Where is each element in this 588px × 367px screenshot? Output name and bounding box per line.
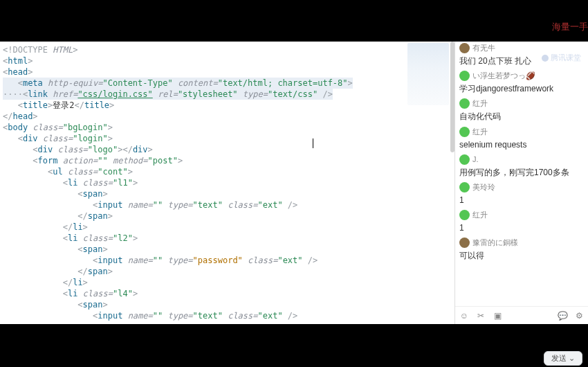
- chat-message[interactable]: 红升自动化代码: [459, 98, 584, 122]
- chat-text: 自动化代码: [459, 111, 584, 122]
- code-line[interactable]: <div class="logo"></div>: [3, 144, 452, 155]
- minimap[interactable]: [407, 43, 449, 105]
- code-line[interactable]: <input name="" type="text" class="ext" /…: [3, 310, 452, 321]
- code-line[interactable]: <span>: [3, 188, 452, 199]
- chat-message[interactable]: い浮生若梦つっ🏈学习djangorestframework: [459, 71, 584, 94]
- code-line[interactable]: <div class="login">: [3, 133, 452, 144]
- avatar: [459, 127, 470, 137]
- avatar: [459, 210, 470, 220]
- chat-username: 豫雷的に銅樣: [472, 238, 518, 248]
- code-line[interactable]: <head>: [3, 66, 452, 78]
- code-line[interactable]: <!DOCTYPE HTML>: [3, 44, 452, 55]
- emoji-icon[interactable]: ☺: [459, 311, 469, 321]
- code-line[interactable]: </span>: [3, 266, 452, 277]
- chat-username: 美玲玲: [472, 182, 495, 193]
- chat-text: 用例写的多，刚写完1700多条: [459, 167, 584, 178]
- chat-message-list[interactable]: 有无牛我们 20点下班 扎心い浮生若梦つっ🏈学习djangorestframew…: [455, 42, 588, 306]
- chat-message[interactable]: 美玲玲1: [459, 182, 584, 206]
- avatar: [459, 154, 470, 165]
- code-line[interactable]: <li class="l1">: [3, 177, 452, 188]
- code-line[interactable]: <input name="" type="password" class="ex…: [3, 255, 452, 266]
- code-line[interactable]: </head>: [3, 111, 452, 122]
- chat-username: J.: [472, 155, 479, 163]
- avatar: [459, 43, 470, 53]
- settings-gear-icon[interactable]: ⚙: [574, 311, 584, 321]
- code-line[interactable]: <form action="" method="post">: [3, 155, 452, 166]
- watermark-text: 腾讯课堂: [551, 53, 581, 63]
- chat-username: 红升: [472, 98, 488, 109]
- code-line[interactable]: <li class="l2">: [3, 233, 452, 244]
- watermark: 腾讯课堂: [542, 53, 581, 63]
- code-line[interactable]: <ul class="cont">: [3, 166, 452, 177]
- code-line[interactable]: <meta http-equiv="Content-Type" content=…: [3, 78, 353, 89]
- send-label: 发送: [551, 353, 567, 364]
- code-line[interactable]: <input name="" type="text" class="ext" /…: [3, 199, 452, 211]
- text-cursor: [313, 138, 313, 148]
- chat-message[interactable]: 红升selenium requests: [459, 127, 584, 150]
- chat-toolbar: ☺ ✂ ▣ 💬 ⚙: [455, 306, 588, 324]
- chat-text: 1: [459, 222, 584, 233]
- code-line[interactable]: <span>: [3, 244, 452, 255]
- code-line[interactable]: </li>: [3, 277, 452, 288]
- chat-bubble-icon[interactable]: 💬: [558, 311, 567, 321]
- image-icon[interactable]: ▣: [493, 311, 502, 321]
- chat-username: 有无牛: [472, 43, 495, 53]
- watermark-icon: [542, 55, 549, 62]
- code-editor[interactable]: <!DOCTYPE HTML> <html> <head> <meta http…: [0, 42, 454, 324]
- avatar: [459, 182, 470, 193]
- chat-username: い浮生若梦つっ🏈: [472, 71, 535, 81]
- code-line[interactable]: <html>: [3, 55, 452, 66]
- promo-text: 海量一手: [552, 21, 588, 33]
- chat-text: 学习djangorestframework: [459, 83, 584, 94]
- avatar: [459, 238, 470, 248]
- code-line[interactable]: <span>: [3, 299, 452, 310]
- chat-username: 红升: [472, 127, 488, 137]
- chat-message[interactable]: 红升1: [459, 210, 584, 233]
- code-line[interactable]: </li>: [3, 222, 452, 233]
- chat-message[interactable]: J.用例写的多，刚写完1700多条: [459, 154, 584, 178]
- chat-message[interactable]: 豫雷的に銅樣可以得: [459, 238, 584, 261]
- chat-sidebar: 腾讯课堂 有无牛我们 20点下班 扎心い浮生若梦つっ🏈学习djangorestf…: [454, 42, 588, 324]
- code-line[interactable]: <body class="bgLogin">: [3, 122, 452, 133]
- chat-text: selenium requests: [459, 139, 584, 150]
- send-button[interactable]: 发送 ⌄: [544, 351, 582, 366]
- code-line[interactable]: <li class="l4">: [3, 288, 452, 299]
- chat-text: 1: [459, 195, 584, 206]
- avatar: [459, 71, 470, 81]
- avatar: [459, 98, 470, 109]
- code-line[interactable]: <title>登录2</title>: [3, 100, 452, 111]
- code-line[interactable]: </span>: [3, 211, 452, 222]
- chevron-down-icon: ⌄: [569, 354, 575, 363]
- chat-username: 红升: [472, 210, 488, 220]
- scrollbar-vertical[interactable]: [450, 42, 454, 152]
- chat-text: 可以得: [459, 250, 584, 261]
- code-line[interactable]: ····<link href="css/login.css" rel="styl…: [3, 89, 333, 100]
- scissors-icon[interactable]: ✂: [476, 311, 486, 321]
